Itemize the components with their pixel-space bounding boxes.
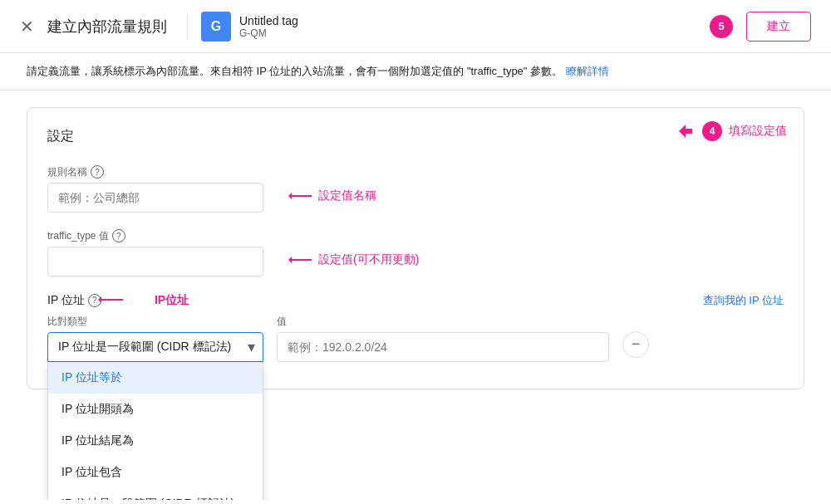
rule-name-input[interactable]: [47, 183, 263, 213]
step-badge: 5: [710, 15, 733, 38]
comparison-type-group: 比對類型 IP 位址是一段範圍 (CIDR 標記法) ▾ IP 位址等於 IP …: [47, 315, 263, 362]
annotation-name: 設定值名稱: [288, 188, 376, 203]
header-divider: [187, 13, 188, 40]
rule-name-group: 規則名稱 ? 設定值名稱: [47, 165, 784, 213]
traffic-type-label: traffic_type 值 ?: [47, 229, 784, 243]
ip-row: 比對類型 IP 位址是一段範圍 (CIDR 標記法) ▾ IP 位址等於 IP …: [47, 315, 784, 362]
remove-button[interactable]: −: [622, 331, 649, 358]
tag-subtitle: G-QM: [239, 27, 298, 39]
info-bar: 請定義流量，讓系統標示為內部流量。來自相符 IP 位址的入站流量，會有一個附加選…: [0, 53, 831, 91]
annotation-value: 設定值(可不用更動): [288, 252, 419, 267]
value-label: 值: [277, 315, 609, 329]
annotation-4-label: 填寫設定值: [729, 124, 787, 139]
dropdown-item-4[interactable]: IP 位址是一段範圍 (CIDR 標記法): [48, 488, 263, 500]
rule-name-label: 規則名稱 ?: [47, 165, 784, 179]
arrow-annotation-icon: [676, 121, 696, 141]
value-input[interactable]: [277, 332, 609, 362]
create-button[interactable]: 建立: [746, 12, 811, 42]
dropdown-item-0[interactable]: IP 位址等於: [48, 362, 263, 394]
value-group: 值: [277, 315, 609, 362]
traffic-type-help-icon[interactable]: ?: [112, 229, 125, 242]
arrow-value-icon: [288, 253, 315, 267]
info-text: 請定義流量，讓系統標示為內部流量。來自相符 IP 位址的入站流量，會有一個附加選…: [27, 65, 563, 77]
learn-more-link[interactable]: 瞭解詳情: [566, 65, 609, 77]
svg-marker-1: [288, 193, 292, 199]
close-button[interactable]: ✕: [20, 17, 34, 37]
close-icon: ✕: [20, 17, 34, 37]
ip-header: IP 位址 ? IP位址 查詢我的 IP 位址: [47, 293, 784, 308]
rule-name-help-icon[interactable]: ?: [91, 165, 104, 179]
comparison-type-label: 比對類型: [47, 315, 263, 329]
ip-annotation: IP位址: [155, 293, 189, 308]
arrow-name-icon: [288, 189, 315, 203]
svg-marker-5: [98, 296, 101, 303]
card-title: 設定: [47, 128, 784, 145]
annotation-4: 4 填寫設定值: [676, 121, 787, 141]
ip-section: IP 位址 ? IP位址 查詢我的 IP 位址 比對類型: [47, 293, 784, 362]
dropdown-item-2[interactable]: IP 位址結尾為: [48, 425, 263, 457]
comparison-type-dropdown[interactable]: IP 位址是一段範圍 (CIDR 標記法) ▾ IP 位址等於 IP 位址開頭為…: [47, 332, 263, 362]
dropdown-item-1[interactable]: IP 位址開頭為: [48, 394, 263, 425]
tag-details: Untitled tag G-QM: [239, 14, 298, 39]
annotation-badge-4: 4: [702, 121, 722, 141]
dropdown-selected-value[interactable]: IP 位址是一段範圍 (CIDR 標記法): [47, 332, 263, 362]
svg-marker-3: [288, 257, 292, 263]
traffic-type-input[interactable]: internal: [47, 247, 263, 276]
ip-label: IP 位址 ? IP位址: [47, 293, 189, 308]
tag-icon: G: [201, 12, 231, 42]
page-title: 建立內部流量規則: [47, 17, 167, 37]
main-content: 設定 4 填寫設定值 規則名稱 ? 設定值名稱: [0, 91, 831, 500]
traffic-type-group: traffic_type 值 ? internal 設定值(可不用更動): [47, 229, 784, 276]
ip-lookup-link[interactable]: 查詢我的 IP 位址: [703, 293, 784, 308]
tag-name: Untitled tag: [239, 14, 298, 27]
dropdown-item-3[interactable]: IP 位址包含: [48, 457, 263, 488]
arrow-ip-icon: [96, 291, 126, 308]
header: ✕ 建立內部流量規則 G Untitled tag G-QM 5 建立: [0, 0, 831, 53]
tag-info: G Untitled tag G-QM: [201, 12, 298, 42]
settings-card: 設定 4 填寫設定值 規則名稱 ? 設定值名稱: [27, 107, 804, 389]
dropdown-menu: IP 位址等於 IP 位址開頭為 IP 位址結尾為 IP 位址包含 IP 位址是…: [47, 362, 263, 500]
